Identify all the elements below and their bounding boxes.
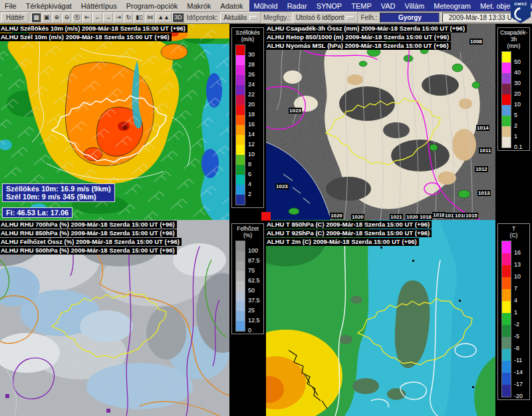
menu-synop[interactable]: SYNOP [312, 0, 347, 11]
menu-muhold[interactable]: Műhold [249, 0, 283, 11]
idopontok-label: Időpontok: [185, 14, 220, 21]
felh-label: Felh.: [358, 14, 379, 21]
megfigy-dropdown[interactable]: Utolsó 6 időpont [293, 12, 358, 23]
temp-colorbar: 161310741-2-5-8-11-14-17-20 [498, 241, 529, 396]
legend-unit: (C) [498, 232, 529, 239]
map-title: ALHU RHU 700hPa (%) 2009-Már-18 Szerda 1… [0, 221, 177, 229]
legend-title: Széllökés [232, 29, 263, 36]
frames-icon[interactable]: ▮▯ [134, 13, 144, 23]
idopontok-dropdown[interactable]: Aktuális [220, 12, 261, 23]
menu-makrok[interactable]: Makrók [182, 0, 215, 11]
zoom-out-icon[interactable]: ⊖ [62, 13, 71, 23]
hawk-workstation: File Térképkivágat Háttértípus Program-o… [0, 0, 532, 416]
legend-title: Felhőzet [232, 225, 263, 232]
legend-title: T [498, 225, 529, 232]
crossfade-icon[interactable]: ⋈ [145, 13, 155, 23]
precip-titles: ALHU Csapadék-3h Össz (mm) 2009-Már-18 S… [266, 25, 467, 51]
menu-temp[interactable]: TEMP [346, 0, 376, 11]
panel-cloud: ALHU RHU 700hPa (%) 2009-Már-18 Szerda 1… [0, 220, 266, 416]
menu-adatok[interactable]: Adatok [215, 0, 247, 11]
legend-title: Csapadék-3h [498, 29, 529, 43]
menu-villam[interactable]: Villám [400, 0, 430, 11]
wind-readout-box: Széllökés 10m: 16.9 m/s (9km) Szél 10m: … [2, 183, 115, 202]
menu-terkepkivagat[interactable]: Térképkivágat [21, 0, 76, 11]
prev-frame-icon[interactable]: ← [92, 13, 102, 23]
map-title: ALHU Szél 10m (m/s) 2009-Már-18 Szerda 1… [0, 33, 172, 41]
option-menu-mark-icon [249, 16, 257, 20]
cloud-titles: ALHU RHU 700hPa (%) 2009-Már-18 Szerda 1… [0, 221, 182, 255]
menubar: File Térképkivágat Háttértípus Program-o… [0, 0, 532, 12]
megfigy-label: Megfigy.: [261, 14, 292, 21]
wind-legend: Széllökés (m/s) 302826242220181614121086… [231, 27, 264, 208]
legend-unit: (m/s) [232, 36, 263, 43]
panel-grid: ALHU Széllökés 10m (m/s) 2009-Már-18 Sze… [0, 24, 532, 416]
legend-unit: (mm) [498, 43, 529, 49]
map-title: ALHU Csapadék-3h Össz (mm) 2009-Már-18 S… [266, 25, 467, 33]
map-title: ALHU Retop 850/1000 (m) 2009-Már-18 Szer… [266, 33, 451, 41]
coords-box: Fi: 46.53 La: 17.06 [2, 207, 72, 218]
wind-readout-line: Széllökés 10m: 16.9 m/s (9km) [6, 185, 111, 193]
map-title: ALHU Széllökés 10m (m/s) 2009-Már-18 Sze… [0, 25, 188, 33]
animation-indicator [261, 212, 271, 221]
cloud-colorbar: 10087.57562.55037.52512.50 [232, 241, 263, 330]
isobar-labels: 1023102310201020102110201018101810171016… [266, 24, 532, 220]
hatter-button[interactable]: Háttér [1, 13, 29, 23]
menu-file[interactable]: File [0, 0, 21, 11]
toolbar: Háttér ▦ ▣ ⊕ ⊖ Ⓚ ⇤ ← → ⇥ ↻ ▮▯ ⋈ ▲▲ 3D Id… [0, 12, 532, 24]
temp-map-graphic [266, 220, 495, 416]
temp-legend: T (C) 161310741-2-5-8-11-14-17-20 [497, 223, 530, 400]
panel-precip: 1023102310201020102110201018101810171016… [266, 24, 532, 220]
coords-line: Fi: 46.53 La: 17.06 [6, 209, 68, 217]
option-menu-mark-icon [346, 16, 354, 20]
temp-map[interactable] [266, 220, 495, 416]
last-frame-icon[interactable]: ⇥ [114, 13, 123, 23]
map-title: ALHU Felhőzet Össz (%) 2009-Már-18 Szerd… [0, 238, 182, 246]
cloud-legend: Felhőzet (%) 10087.57562.55037.52512.50 [231, 223, 264, 334]
menu-meteogram[interactable]: Meteogram [429, 0, 475, 11]
precip-colorbar: 50403020105210.1 [498, 51, 529, 147]
wind-colorbar: 30282624222018161412108642 [232, 45, 263, 204]
map-title: ALHU RHU 850hPa (%) 2009-Már-18 Szerda 1… [0, 229, 177, 237]
menu-hattertipus[interactable]: Háttértípus [76, 0, 122, 11]
omsz-logo-text: OMSZ [514, 2, 527, 6]
map-title: ALHU RHU 500hPa (%) 2009-Már-18 Szerda 1… [0, 247, 177, 255]
layers-icon[interactable]: ▲▲ [156, 13, 172, 23]
map-title: ALHU T 925hPa (C) 2009-Már-18 Szerda 15:… [266, 229, 432, 237]
map-title: ALHU T 2m (C) 2009-Már-18 Szerda 15:00 U… [266, 238, 419, 246]
menu-data-group: Műhold Radar SYNOP TEMP VAD Villám Meteo… [249, 0, 532, 11]
menu-program-opciok[interactable]: Program-opciók [122, 0, 183, 11]
panel-wind: ALHU Széllökés 10m (m/s) 2009-Már-18 Sze… [0, 24, 266, 220]
zoom-in-icon[interactable]: ⊕ [52, 13, 61, 23]
wind-readout-line: Szél 10m: 9 m/s 345 (9km) [6, 193, 111, 201]
menu-radar[interactable]: Radar [283, 0, 312, 11]
image-icon[interactable]: ▦ [31, 13, 41, 23]
first-frame-icon[interactable]: ⇤ [82, 13, 92, 23]
precip-legend: Csapadék-3h (mm) 50403020105210.1 [497, 27, 530, 151]
loop-icon[interactable]: ↻ [124, 13, 133, 23]
map-title: ALHU T 850hPa (C) 2009-Már-18 Szerda 15:… [266, 221, 432, 229]
threed-icon[interactable]: 3D [172, 13, 184, 23]
save-icon[interactable]: ▣ [42, 13, 52, 23]
menu-vad[interactable]: VAD [376, 0, 400, 11]
wind-titles: ALHU Széllökés 10m (m/s) 2009-Már-18 Sze… [0, 25, 188, 42]
panel-temp: ALHU T 850hPa (C) 2009-Már-18 Szerda 15:… [266, 220, 532, 416]
map-title: ALHU Nyomás MSL (hPa) 2009-Már-18 Szerda… [266, 42, 451, 50]
temp-titles: ALHU T 850hPa (C) 2009-Már-18 Szerda 15:… [266, 221, 432, 247]
legend-unit: (%) [232, 232, 263, 239]
next-frame-icon[interactable]: → [103, 13, 113, 23]
user-field[interactable]: Gyorgy [380, 13, 440, 23]
datetime-field[interactable]: 2009-Már-18 13:33 UT [442, 13, 522, 23]
zoom-reset-icon[interactable]: Ⓚ [72, 13, 82, 23]
